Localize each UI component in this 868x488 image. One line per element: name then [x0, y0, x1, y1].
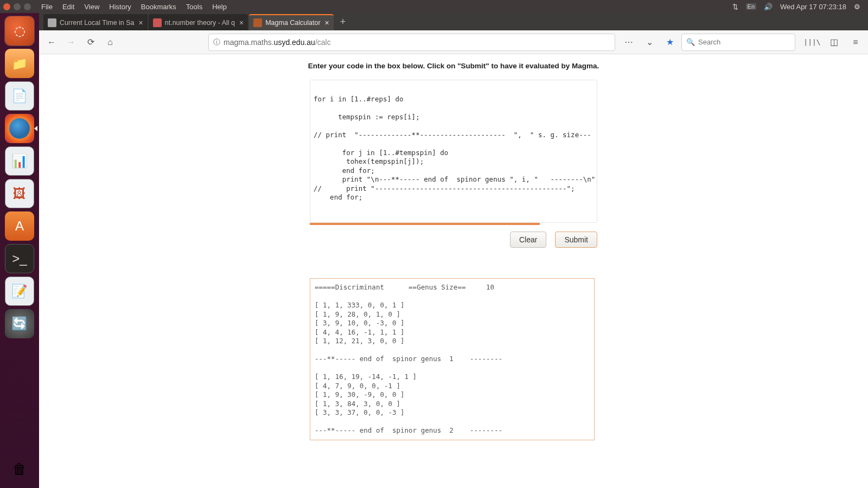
menu-button[interactable]: ≡: [847, 34, 864, 50]
menu-bookmarks[interactable]: Bookmarks: [136, 3, 181, 11]
home-button[interactable]: ⌂: [102, 34, 118, 50]
search-icon: 🔍: [686, 38, 695, 46]
submit-button[interactable]: Submit: [555, 232, 597, 248]
bookmark-star-icon[interactable]: ★: [662, 34, 678, 50]
browser-window: Current Local Time in Sa × nt.number the…: [39, 13, 868, 488]
launcher-firefox[interactable]: [5, 114, 34, 143]
launcher-files[interactable]: 📁: [5, 49, 34, 78]
system-tray: ⇅ En 🔊 Wed Apr 17 07:23:18 ⚙: [732, 3, 866, 11]
search-box[interactable]: 🔍: [681, 34, 795, 51]
url-path: /calc: [315, 38, 331, 47]
menu-history[interactable]: History: [104, 3, 136, 11]
volume-icon[interactable]: 🔊: [764, 3, 773, 11]
favicon-icon: [48, 18, 56, 27]
tab-close-button[interactable]: ×: [325, 18, 329, 27]
tab-title: Current Local Time in Sa: [60, 19, 135, 27]
forward-button[interactable]: →: [63, 34, 79, 50]
menu-help[interactable]: Help: [207, 3, 232, 11]
window-minimize-button[interactable]: [14, 3, 21, 10]
menu-view[interactable]: View: [79, 3, 104, 11]
tab-mathoverflow[interactable]: nt.number theory - All q ×: [149, 14, 248, 30]
launcher-dash[interactable]: ◌: [5, 16, 34, 46]
tab-time[interactable]: Current Local Time in Sa ×: [43, 14, 148, 30]
library-button[interactable]: |||\: [804, 34, 820, 50]
launcher-software[interactable]: A: [5, 211, 34, 241]
launcher-active-indicator-icon: [34, 126, 37, 131]
tab-close-button[interactable]: ×: [139, 18, 143, 27]
window-close-button[interactable]: [3, 3, 10, 10]
launcher-software-updater[interactable]: 🔄: [5, 309, 34, 338]
favicon-icon: [153, 18, 162, 27]
url-prefix: magma.maths.: [224, 38, 274, 47]
launcher-writer[interactable]: 📄: [5, 81, 34, 111]
launcher-impress[interactable]: 🖼: [5, 179, 34, 208]
sidebar-button[interactable]: ◫: [826, 34, 842, 50]
url-host: usyd.edu.au: [274, 38, 315, 47]
output-box: =====Discriminant ==Genus Size== 10 [ 1,…: [310, 278, 595, 440]
gear-icon[interactable]: ⚙: [854, 3, 860, 11]
network-icon[interactable]: ⇅: [732, 3, 738, 11]
launcher-calc[interactable]: 📊: [5, 146, 34, 176]
menu-tools[interactable]: Tools: [181, 3, 207, 11]
reload-button[interactable]: ⟳: [82, 34, 99, 50]
site-info-icon[interactable]: ⓘ: [213, 37, 220, 47]
textarea-scrollbar[interactable]: [310, 223, 540, 225]
clear-button[interactable]: Clear: [510, 232, 546, 248]
tab-magma[interactable]: Magma Calculator ×: [249, 14, 334, 30]
menu-edit[interactable]: Edit: [58, 3, 79, 11]
tab-strip: Current Local Time in Sa × nt.number the…: [39, 13, 868, 30]
code-input[interactable]: [310, 80, 597, 223]
launcher-text-editor[interactable]: 📝: [5, 277, 34, 306]
button-row: Clear Submit: [310, 232, 597, 248]
browser-toolbar: ← → ⟳ ⌂ ⓘ magma.maths.usyd.edu.au/calc ⋯…: [39, 30, 868, 54]
tab-close-button[interactable]: ×: [239, 18, 244, 27]
address-bar[interactable]: ⓘ magma.maths.usyd.edu.au/calc: [208, 34, 615, 51]
new-tab-button[interactable]: +: [335, 16, 352, 28]
menu-file[interactable]: File: [36, 3, 58, 11]
favicon-icon: [253, 18, 262, 27]
pocket-button[interactable]: ⌄: [641, 34, 658, 50]
launcher-trash[interactable]: 🗑: [5, 454, 34, 484]
clock[interactable]: Wed Apr 17 07:23:18: [780, 3, 846, 11]
tab-title: Magma Calculator: [265, 19, 320, 27]
back-button[interactable]: ←: [43, 34, 60, 50]
page-content: Enter your code in the box below. Click …: [39, 54, 868, 488]
page-actions-button[interactable]: ⋯: [621, 34, 637, 50]
unity-launcher: ◌ 📁 📄 📊 🖼 A >_ 📝 🔄 🗑: [0, 13, 39, 488]
launcher-terminal[interactable]: >_: [5, 244, 34, 273]
window-controls: [3, 3, 31, 10]
desktop-menubar: File Edit View History Bookmarks Tools H…: [0, 0, 868, 13]
window-maximize-button[interactable]: [24, 3, 31, 10]
keyboard-lang-indicator[interactable]: En: [746, 3, 756, 10]
tab-title: nt.number theory - All q: [165, 19, 235, 27]
instruction-text: Enter your code in the box below. Click …: [308, 62, 599, 70]
search-input[interactable]: [698, 38, 790, 46]
